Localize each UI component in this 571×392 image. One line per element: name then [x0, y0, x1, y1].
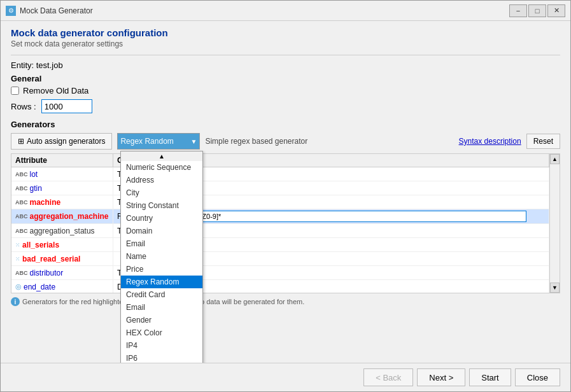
generators-header: Generators: [11, 120, 560, 129]
dropdown-item-city[interactable]: City: [121, 186, 202, 199]
dropdown-item-credit-card[interactable]: Credit Card: [121, 288, 202, 301]
back-button[interactable]: < Back: [363, 368, 413, 386]
attr-name: aggregation_machine: [30, 212, 109, 221]
attr-cell: ⁙ all_serials: [11, 238, 113, 251]
divider: [11, 55, 560, 55]
dropdown-item-ip4[interactable]: IP4: [121, 339, 202, 352]
auto-assign-button[interactable]: ⊞ Auto assign generators: [11, 133, 112, 150]
next-button[interactable]: Next >: [417, 368, 465, 386]
page-title: Mock data generator configuration: [11, 27, 560, 38]
generators-controls: ⊞ Auto assign generators Regex Random ▼ …: [11, 133, 560, 150]
dropdown-item-numeric-sequence[interactable]: Numeric Sequence: [121, 161, 202, 174]
page-subtitle: Set mock data generator settings: [11, 39, 560, 48]
remove-old-data-checkbox[interactable]: [11, 87, 19, 95]
val-cell: [177, 266, 549, 279]
attr-type-icon: ABC: [15, 213, 28, 220]
minimize-button[interactable]: −: [509, 4, 527, 17]
dropdown-item-email1[interactable]: Email: [121, 237, 202, 250]
dropdown-item-regex-random[interactable]: Regex Random: [121, 276, 202, 288]
table-header: Attribute Generator Value: [11, 154, 549, 167]
syntax-link[interactable]: Syntax description: [459, 137, 521, 146]
attr-type-icon: ⁙: [15, 242, 20, 248]
attr-cell: ABC distributor: [11, 266, 113, 279]
footer: < Back Next > Start Close: [1, 363, 570, 391]
reset-button[interactable]: Reset: [526, 134, 560, 149]
attr-name: gtin: [30, 184, 42, 193]
table-row[interactable]: ABC lot Text: [11, 167, 549, 181]
dropdown-item-ip6[interactable]: IP6: [121, 352, 202, 363]
generators-table: Attribute Generator Value ABC lot Text: [11, 153, 560, 293]
scroll-down-button[interactable]: ▼: [550, 283, 560, 293]
attr-cell: ABC gtin: [11, 181, 113, 195]
scrollbar[interactable]: ▲ ▼: [549, 154, 560, 293]
dropdown-scroll-up[interactable]: ▲: [121, 151, 202, 161]
start-button[interactable]: Start: [469, 368, 511, 386]
generator-dropdown-text: Regex Random: [120, 137, 173, 146]
attr-cell: ABC aggregation_machine: [11, 209, 113, 223]
attr-type-icon: ABC: [15, 228, 28, 234]
dropdown-item-domain[interactable]: Domain: [121, 225, 202, 237]
attr-type-icon: ABC: [15, 185, 28, 192]
attr-cell: ◎ end_date: [11, 280, 113, 293]
close-button[interactable]: Close: [515, 368, 560, 386]
info-row: i Generators for the red highlighted att…: [11, 297, 560, 306]
dropdown-item-name[interactable]: Name: [121, 250, 202, 263]
table-row[interactable]: ABC aggregation_status Text: [11, 224, 549, 238]
general-label: General: [11, 74, 560, 83]
scroll-track[interactable]: [550, 164, 560, 283]
val-cell: [177, 195, 549, 209]
val-cell: [177, 238, 549, 251]
attr-name: lot: [30, 170, 38, 179]
attr-type-icon: ABC: [15, 199, 28, 206]
attr-type-icon: ABC: [15, 270, 28, 276]
attr-type-icon: ⁙: [15, 256, 20, 262]
table-row[interactable]: ABC aggregation_machine Regex Rand...: [11, 209, 549, 224]
generator-dropdown[interactable]: Regex Random ▼: [117, 133, 200, 150]
main-window: ⚙ Mock Data Generator − □ ✕ Mock data ge…: [0, 0, 571, 392]
dropdown-item-price[interactable]: Price: [121, 263, 202, 276]
maximize-button[interactable]: □: [528, 4, 546, 17]
dropdown-arrow-icon: ▼: [191, 138, 197, 145]
dropdown-item-country[interactable]: Country: [121, 212, 202, 225]
attr-name: end_date: [24, 283, 55, 291]
table-row[interactable]: ◎ end_date Date Random: [11, 280, 549, 293]
dropdown-item-address[interactable]: Address: [121, 174, 202, 186]
dropdown-item-email2[interactable]: Email: [121, 301, 202, 314]
attr-name: distributor: [30, 269, 64, 277]
rows-input[interactable]: [41, 99, 92, 113]
generators-section: Generators ⊞ Auto assign generators Rege…: [11, 120, 560, 293]
close-window-button[interactable]: ✕: [547, 4, 565, 17]
entity-row: Entity: test.job: [11, 60, 560, 70]
val-cell[interactable]: [177, 209, 549, 223]
entity-label: Entity:: [11, 60, 34, 70]
attr-cell: ABC machine: [11, 195, 113, 209]
attr-type-icon: ABC: [15, 171, 28, 178]
table-row[interactable]: ABC distributor Text: [11, 266, 549, 280]
table-row[interactable]: ⁙ bad_read_serial: [11, 252, 549, 266]
table-row[interactable]: ABC machine Text: [11, 195, 549, 209]
val-input[interactable]: [181, 211, 526, 222]
title-bar-left: ⚙ Mock Data Generator: [6, 6, 93, 16]
val-cell: [177, 280, 549, 293]
table-row[interactable]: ABC gtin Text: [11, 181, 549, 195]
table-scroll[interactable]: Attribute Generator Value ABC lot Text: [11, 154, 549, 293]
dropdown-item-hex-color[interactable]: HEX Color: [121, 326, 202, 339]
remove-old-data-row: Remove Old Data: [11, 86, 560, 95]
attr-name: aggregation_status: [30, 227, 95, 235]
attr-cell: ABC lot: [11, 167, 113, 181]
table-row[interactable]: ⁙ all_serials: [11, 238, 549, 252]
main-content: Mock data generator configuration Set mo…: [1, 21, 570, 363]
val-cell: [177, 224, 549, 237]
generator-dropdown-menu: ▲ Numeric Sequence Address City String C…: [120, 151, 203, 363]
window-title: Mock Data Generator: [20, 6, 93, 15]
attr-name: all_serials: [22, 241, 59, 249]
dropdown-item-gender[interactable]: Gender: [121, 314, 202, 326]
generator-desc: Simple regex based generator: [205, 137, 453, 146]
col-value: Value: [177, 154, 549, 167]
entity-value: test.job: [36, 60, 63, 70]
dropdown-item-string-constant[interactable]: String Constant: [121, 199, 202, 212]
attr-name: bad_read_serial: [22, 255, 80, 263]
col-attribute: Attribute: [11, 154, 113, 167]
scroll-up-button[interactable]: ▲: [550, 154, 560, 164]
attr-cell: ABC aggregation_status: [11, 224, 113, 237]
